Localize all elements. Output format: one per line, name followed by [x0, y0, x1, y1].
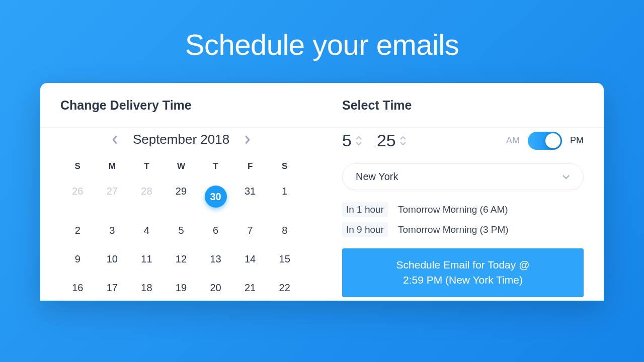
day-of-week-label: W	[164, 157, 199, 175]
calendar-day[interactable]: 28	[129, 178, 164, 215]
minute-spinner	[400, 136, 406, 145]
chevron-right-icon	[244, 135, 251, 145]
calendar-day[interactable]: 1	[267, 178, 302, 215]
month-label: September 2018	[133, 132, 229, 147]
calendar-day[interactable]: 12	[164, 246, 199, 272]
am-label: AM	[506, 135, 520, 146]
quick-option-absolute[interactable]: Tomorrow Morning (3 PM)	[398, 224, 509, 235]
day-of-week-label: T	[129, 157, 164, 175]
chevron-down-icon	[356, 141, 362, 145]
day-of-week-label: S	[267, 157, 302, 175]
divider	[40, 127, 604, 128]
calendar-day[interactable]: 11	[129, 246, 164, 272]
quick-option-relative[interactable]: In 9 hour	[342, 222, 388, 237]
schedule-line-1: Schedule Email for Today @	[352, 257, 574, 273]
day-of-week-label: F	[233, 157, 268, 175]
hour-value: 5	[342, 131, 352, 150]
toggle-knob	[545, 133, 560, 148]
calendar-day[interactable]: 17	[95, 275, 130, 301]
hour-up-button[interactable]	[356, 136, 362, 140]
quick-options-list: In 1 hourTomorrow Morning (6 AM)In 9 hou…	[342, 202, 584, 237]
minute-down-button[interactable]	[400, 141, 406, 145]
chevron-left-icon	[112, 135, 119, 145]
prev-month-button[interactable]	[112, 135, 119, 145]
calendar-day[interactable]: 10	[95, 246, 130, 272]
day-of-week-label: M	[95, 157, 130, 175]
time-picker-row: 5 25 AM PM	[342, 131, 584, 150]
calendar-day[interactable]: 15	[267, 246, 302, 272]
scheduler-card: Change Delivery Time September 2018 SMTW…	[40, 83, 604, 301]
select-time-panel: Select Time 5 25 AM	[322, 83, 604, 301]
next-month-button[interactable]	[244, 135, 251, 145]
pm-label: PM	[570, 135, 584, 146]
chevron-down-icon	[562, 174, 570, 179]
calendar-day[interactable]: 19	[164, 275, 199, 301]
panel-title-time: Select Time	[342, 98, 584, 113]
calendar-day[interactable]: 27	[95, 178, 130, 215]
calendar-day[interactable]: 5	[164, 218, 199, 243]
calendar-day[interactable]: 3	[95, 218, 130, 243]
minute-up-button[interactable]	[400, 136, 406, 140]
calendar-header: September 2018	[60, 132, 302, 147]
hero-title: Schedule your emails	[0, 0, 644, 61]
hour-spinner	[356, 136, 362, 145]
timezone-value: New York	[356, 171, 398, 183]
calendar-day[interactable]: 2	[60, 218, 95, 243]
hour-group: 5	[342, 131, 362, 150]
calendar-day[interactable]: 20	[198, 275, 233, 301]
day-of-week-row: SMTWTFS	[60, 157, 302, 175]
schedule-line-2: 2:59 PM (New York Time)	[352, 273, 574, 288]
calendar-day[interactable]: 16	[60, 275, 95, 301]
calendar-day[interactable]: 6	[198, 218, 233, 243]
chevron-up-icon	[356, 136, 362, 140]
calendar-day[interactable]: 14	[233, 246, 268, 272]
ampm-group: AM PM	[506, 132, 584, 150]
quick-option-absolute[interactable]: Tomorrow Morning (6 AM)	[398, 204, 508, 215]
calendar-day[interactable]: 30	[198, 178, 233, 215]
calendar-day[interactable]: 29	[164, 178, 199, 215]
change-delivery-panel: Change Delivery Time September 2018 SMTW…	[40, 83, 322, 301]
calendar-grid: 2627282930311234567891011121314151617181…	[60, 178, 302, 301]
quick-option-relative[interactable]: In 1 hour	[342, 202, 388, 217]
minute-group: 25	[377, 131, 406, 150]
quick-option-row: In 9 hourTomorrow Morning (3 PM)	[342, 222, 584, 237]
calendar-day[interactable]: 8	[267, 218, 302, 243]
calendar-day[interactable]: 7	[233, 218, 268, 243]
calendar-day[interactable]: 13	[198, 246, 233, 272]
day-of-week-label: T	[198, 157, 233, 175]
chevron-down-icon	[400, 141, 406, 145]
calendar-day[interactable]: 31	[233, 178, 268, 215]
timezone-select[interactable]: New York	[342, 163, 584, 190]
day-of-week-label: S	[60, 157, 95, 175]
panel-title-delivery: Change Delivery Time	[60, 98, 302, 113]
calendar-day[interactable]: 21	[233, 275, 268, 301]
minute-value: 25	[377, 131, 396, 150]
calendar-day[interactable]: 4	[129, 218, 164, 243]
ampm-toggle[interactable]	[528, 132, 562, 150]
calendar-day[interactable]: 18	[129, 275, 164, 301]
chevron-up-icon	[400, 136, 406, 140]
calendar-day[interactable]: 22	[267, 275, 302, 301]
quick-option-row: In 1 hourTomorrow Morning (6 AM)	[342, 202, 584, 217]
schedule-email-button[interactable]: Schedule Email for Today @ 2:59 PM (New …	[342, 248, 584, 297]
hour-down-button[interactable]	[356, 141, 362, 145]
calendar-day[interactable]: 26	[60, 178, 95, 215]
calendar-day[interactable]: 9	[60, 246, 95, 272]
